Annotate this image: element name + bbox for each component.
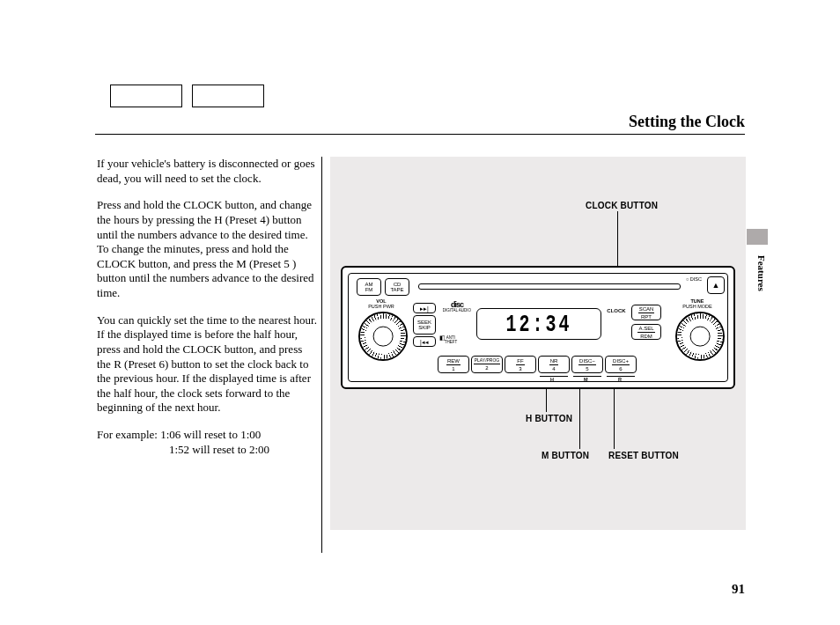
example-lead: For example: bbox=[97, 428, 158, 441]
radio-faceplate: AM FM CD TAPE ○ DISC ▲ VOL PUSH PWR ▸▸| … bbox=[341, 266, 735, 389]
volume-knob[interactable] bbox=[358, 312, 408, 361]
asel-rdm-button[interactable]: A.SELRDM bbox=[631, 324, 661, 340]
preset-4-button[interactable]: NR4 bbox=[538, 356, 570, 373]
blank-field-2 bbox=[192, 85, 264, 107]
eject-button[interactable]: ▲ bbox=[707, 276, 725, 294]
page-number: 91 bbox=[732, 582, 745, 597]
blank-field-1 bbox=[110, 85, 182, 107]
paragraph-2: Press and hold the CLOCK button, and cha… bbox=[97, 198, 317, 300]
tune-sub-label: PUSH MODE bbox=[672, 305, 723, 310]
example-block: For example: 1:06 will reset to 1:00 1:5… bbox=[97, 428, 317, 457]
callout-h-button: H BUTTON bbox=[526, 414, 572, 423]
example-line-1: 1:06 will reset to 1:00 bbox=[160, 428, 261, 441]
preset-1-button[interactable]: REW1 bbox=[438, 356, 469, 373]
page-title: Setting the Clock bbox=[629, 113, 745, 131]
seek-skip-button[interactable]: SEEKSKIP bbox=[413, 315, 436, 335]
callout-clock-button: CLOCK BUTTON bbox=[586, 201, 658, 210]
leader-m bbox=[579, 379, 580, 449]
h-sub-label: H bbox=[550, 378, 554, 383]
leader-reset bbox=[614, 379, 615, 449]
cd-logo: disc DIGITAL AUDIO bbox=[441, 301, 473, 313]
body-text-column: If your vehicle's battery is disconnecte… bbox=[97, 157, 317, 469]
disc-indicator-label: ○ DISC bbox=[684, 277, 704, 283]
preset-3-button[interactable]: FF3 bbox=[505, 356, 536, 373]
scan-rpt-button[interactable]: SCANRPT bbox=[631, 305, 661, 320]
clock-label: CLOCK bbox=[603, 308, 630, 313]
h-underline bbox=[540, 376, 568, 377]
seek-prev-button[interactable]: |◂◂ bbox=[413, 336, 436, 347]
title-rule bbox=[95, 134, 745, 135]
clock-display: 12:34 bbox=[476, 308, 601, 340]
paragraph-3: You can quickly set the time to the near… bbox=[97, 313, 317, 415]
cd-slot[interactable] bbox=[418, 283, 681, 290]
m-sub-label: M bbox=[584, 378, 588, 383]
preset-5-button[interactable]: DISC−5 bbox=[571, 356, 603, 373]
cd-tape-button[interactable]: CD TAPE bbox=[385, 278, 409, 296]
radio-figure-panel: CLOCK BUTTON H BUTTON M BUTTON RESET BUT… bbox=[330, 157, 746, 530]
am-fm-button[interactable]: AM FM bbox=[357, 278, 381, 296]
vol-sub-label: PUSH PWR bbox=[360, 305, 402, 310]
paragraph-1: If your vehicle's battery is disconnecte… bbox=[97, 157, 317, 186]
callout-reset-button: RESET BUTTON bbox=[608, 451, 679, 460]
preset-2-button[interactable]: PLAY/PROG2 bbox=[471, 356, 503, 373]
clock-time-value: 12:34 bbox=[505, 310, 571, 338]
column-divider bbox=[321, 157, 322, 553]
tune-knob[interactable] bbox=[675, 312, 725, 361]
example-line-2: 1:52 will reset to 2:00 bbox=[97, 443, 317, 458]
preset-6-button[interactable]: DISC+6 bbox=[605, 356, 637, 373]
section-tab-label: Features bbox=[756, 255, 767, 291]
callout-m-button: M BUTTON bbox=[542, 451, 589, 460]
section-tab-block bbox=[747, 229, 768, 245]
seek-next-button[interactable]: ▸▸| bbox=[413, 303, 436, 313]
r-sub-label: R bbox=[618, 378, 622, 383]
